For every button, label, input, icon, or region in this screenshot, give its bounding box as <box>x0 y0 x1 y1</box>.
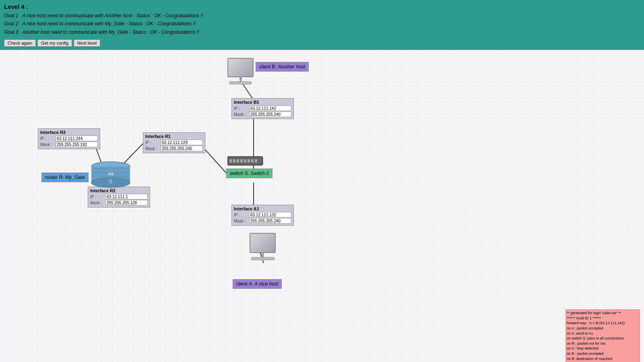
monitor-a-stand <box>251 257 275 260</box>
log-line-5: on A: send to A1 <box>567 331 639 336</box>
interface-b1-mask-input[interactable] <box>249 111 291 117</box>
check-again-button[interactable]: Check again <box>4 39 36 47</box>
goal2-host2: My_Gate <box>105 21 124 27</box>
interface-b1-ip-label: IP : <box>234 106 249 111</box>
goal2-mid: need to communicate with <box>47 21 105 27</box>
interface-r3-ip-input[interactable] <box>56 136 98 141</box>
client-a-computer <box>250 233 276 260</box>
interface-r3-title: Interface R3 <box>40 130 98 135</box>
log-line-8: on A : loop detected <box>567 346 639 351</box>
switch-icon <box>227 154 264 170</box>
interface-r1-box: Interface R1 IP : Mask : <box>143 132 205 153</box>
svg-rect-15 <box>248 159 250 162</box>
goal1-mid: need to communicate with <box>47 13 105 19</box>
goal2-host1: A nice host <box>22 21 46 27</box>
interface-r3-box: Interface R3 IP : Mask : <box>38 128 100 149</box>
monitor-b <box>227 58 254 77</box>
monitor-a <box>250 233 276 253</box>
router-r-label: router R: My_Gate <box>41 173 89 182</box>
svg-line-3 <box>242 82 254 100</box>
interface-r1-ip-input[interactable] <box>161 140 203 145</box>
svg-rect-10 <box>229 159 232 162</box>
log-line-7: on R : packet not for me <box>567 341 639 346</box>
interface-r3-mask-label: Mask : <box>40 142 56 147</box>
goal-2: Goal 2 A nice host need to communicate w… <box>4 20 640 28</box>
log-panel[interactable]: ** generated for login 'cado-car' ** ***… <box>566 309 640 362</box>
client-a-name: A nice host <box>254 281 278 287</box>
interface-a1-box: Interface A1 IP : Mask : <box>231 205 294 226</box>
client-b-label: client B: Another host <box>256 62 309 72</box>
header: Level 4 : Goal 1 A nice host need to com… <box>0 0 644 50</box>
log-line-1: ** generated for login 'cado-car' ** <box>567 311 639 316</box>
log-line-9: on B : packet accepted <box>567 351 639 356</box>
monitor-a-neck <box>262 253 264 257</box>
interface-b1-mask-label: Mask : <box>234 112 249 117</box>
interface-b1-ip-input[interactable] <box>249 105 291 111</box>
log-line-10: on B: destination IP reached <box>567 356 639 362</box>
interface-a1-ip-label: IP : <box>234 213 249 217</box>
client-a-label: client A: A nice host <box>233 279 282 289</box>
goal-1: Goal 1 A nice host need to communicate w… <box>4 12 640 20</box>
client-b-computer <box>227 58 254 84</box>
page-title: Level 4 : <box>4 3 640 10</box>
log-line-2: ****** Goal ID 1 ****** <box>567 316 639 321</box>
interface-r2-mask-input[interactable] <box>105 200 148 206</box>
interface-a1-mask-input[interactable] <box>249 218 291 224</box>
client-b-name: Another host <box>278 64 305 70</box>
interface-r2-ip-label: IP : <box>90 195 105 199</box>
svg-text:⇔: ⇔ <box>108 170 114 178</box>
interface-r3-mask-input[interactable] <box>56 142 98 147</box>
goal1-host1: A nice host <box>22 13 46 19</box>
switch-s-label: switch S: Switch-1 <box>226 169 272 178</box>
goal3-host1: Another host <box>22 29 50 35</box>
next-level-button[interactable]: Next level <box>74 39 100 47</box>
interface-a1-title: Interface A1 <box>234 206 291 211</box>
goal1-host2: Another host <box>105 13 132 19</box>
svg-rect-17 <box>255 159 257 162</box>
log-line-6: on switch S: pass to all connections <box>567 336 639 341</box>
svg-rect-13 <box>240 159 243 162</box>
interface-r2-mask-label: Mask : <box>90 201 105 205</box>
interface-r1-mask-label: Mask : <box>145 146 161 151</box>
goal-3: Goal 3 Another host need to communicate … <box>4 28 640 36</box>
goal1-status: - Status : OK - Congratulations !! <box>133 13 203 19</box>
interface-r1-ip-label: IP : <box>145 140 161 145</box>
goal3-host2: My_Gate <box>109 29 128 35</box>
svg-text:⇅: ⇅ <box>108 178 113 185</box>
action-buttons: Check again Get my config Next level <box>4 39 640 47</box>
network-canvas: client B: Another host Interface B1 IP :… <box>0 50 644 362</box>
interface-b1-box: Interface B1 IP : Mask : <box>231 98 294 119</box>
log-line-4: on A : packet accepted <box>567 326 639 331</box>
goal3-id: Goal 3 <box>4 29 21 35</box>
svg-rect-14 <box>244 159 246 162</box>
goal3-status: - Status : OK - Congratulations !! <box>130 29 199 35</box>
goal1-id: Goal 1 <box>4 13 21 19</box>
goal3-mid: need to communicate with <box>51 29 109 35</box>
interface-b1-title: Interface B1 <box>234 100 291 105</box>
monitor-b-stand <box>229 81 252 84</box>
router-r-name: My_Gate <box>65 175 85 180</box>
interface-r1-title: Interface R1 <box>145 134 203 139</box>
get-config-button[interactable]: Get my config <box>37 39 72 47</box>
goal2-status: - Status : OK - Congratulations !! <box>126 21 195 27</box>
svg-rect-11 <box>233 159 235 162</box>
goal2-id: Goal 2 <box>4 21 21 27</box>
svg-rect-16 <box>251 159 254 162</box>
interface-r1-mask-input[interactable] <box>161 146 203 151</box>
svg-rect-12 <box>237 159 239 162</box>
interface-r3-ip-label: IP : <box>40 136 56 141</box>
switch-svg <box>227 154 264 169</box>
goals-section: Goal 1 A nice host need to communicate w… <box>4 12 640 36</box>
interface-a1-ip-input[interactable] <box>249 212 291 218</box>
switch-s-name: Switch-1 <box>250 171 269 176</box>
interface-a1-mask-label: Mask : <box>234 219 249 223</box>
router-svg: ⇔ ⇅ <box>91 158 131 191</box>
router-r-icon: ⇔ ⇅ <box>91 158 131 192</box>
interface-r2-ip-input[interactable] <box>105 194 148 200</box>
log-line-3: forward way : A-> B (63.12.111.142) <box>567 321 639 326</box>
